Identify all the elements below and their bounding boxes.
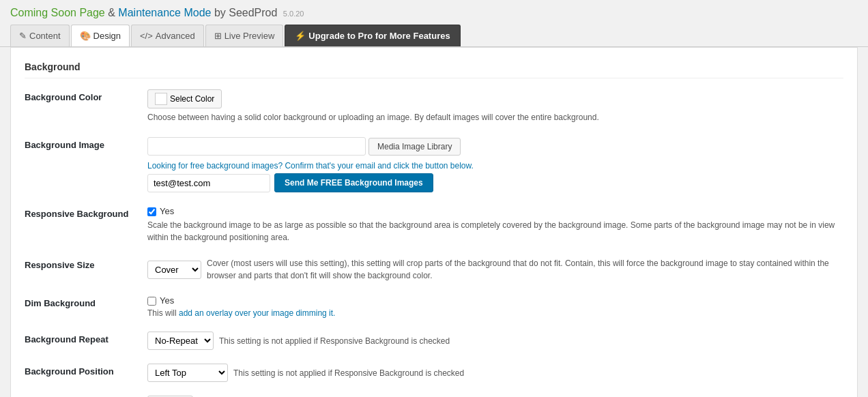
tab-advanced[interactable]: </> Advanced bbox=[131, 25, 204, 46]
page-title: Coming Soon Page & Maintenance Mode by S… bbox=[0, 0, 868, 25]
color-swatch bbox=[155, 93, 167, 105]
send-free-bg-button[interactable]: Send Me FREE Background Images bbox=[274, 173, 433, 192]
background-position-field: Left Top Left Center Left Bottom Center … bbox=[147, 364, 843, 382]
responsive-size-select[interactable]: Cover Contain bbox=[147, 261, 201, 279]
dim-desc-link: add an overlay over your image dimming i… bbox=[179, 308, 335, 318]
background-color-label: Background Color bbox=[25, 89, 147, 102]
title-amp: & bbox=[108, 7, 118, 18]
tab-design-label: Design bbox=[93, 31, 121, 41]
tab-content[interactable]: ✎ Content bbox=[10, 25, 70, 46]
responsive-bg-checkbox-row: Yes bbox=[147, 206, 843, 216]
background-color-row: Background Color Select Color Choose bet… bbox=[25, 89, 843, 123]
dim-bg-checkbox-row: Yes bbox=[147, 295, 843, 306]
select-color-button[interactable]: Select Color bbox=[147, 89, 222, 108]
background-repeat-select-row: No-Repeat Repeat Repeat-X Repeat-Y This … bbox=[147, 332, 843, 350]
tab-design[interactable]: 🎨 Design bbox=[71, 25, 130, 46]
background-repeat-not-applied: This setting is not applied if Responsiv… bbox=[219, 336, 450, 346]
background-repeat-select[interactable]: No-Repeat Repeat Repeat-X Repeat-Y bbox=[147, 332, 214, 350]
select-color-label: Select Color bbox=[170, 94, 214, 104]
responsive-size-label: Responsive Size bbox=[25, 257, 147, 270]
dim-background-field: Yes This will add an overlay over your i… bbox=[147, 295, 843, 318]
dim-bg-desc: This will add an overlay over your image… bbox=[147, 308, 843, 318]
dim-background-label: Dim Background bbox=[25, 295, 147, 308]
tab-upgrade-label: Upgrade to Pro for More Features bbox=[308, 31, 450, 41]
dim-bg-checkbox-label: Yes bbox=[160, 295, 174, 306]
page-wrapper: Coming Soon Page & Maintenance Mode by S… bbox=[0, 0, 868, 397]
background-position-label: Background Position bbox=[25, 364, 147, 377]
responsive-size-field: Cover Contain Cover (most users will use… bbox=[147, 257, 843, 282]
tab-advanced-label: Advanced bbox=[156, 31, 195, 41]
background-position-row: Background Position Left Top Left Center… bbox=[25, 364, 843, 382]
responsive-size-desc: Cover (most users will use this setting)… bbox=[207, 257, 843, 282]
email-input[interactable] bbox=[147, 174, 270, 192]
free-bg-label: Looking for free background images? Conf… bbox=[147, 161, 843, 171]
background-image-label: Background Image bbox=[25, 137, 147, 150]
media-library-button[interactable]: Media Image Library bbox=[368, 138, 461, 156]
upgrade-icon: ⚡ bbox=[295, 31, 306, 41]
background-repeat-row: Background Repeat No-Repeat Repeat Repea… bbox=[25, 332, 843, 350]
dim-background-row: Dim Background Yes This will add an over… bbox=[25, 295, 843, 318]
nav-tabs: ✎ Content 🎨 Design </> Advanced ⊞ Live P… bbox=[0, 25, 868, 47]
background-image-input[interactable] bbox=[147, 137, 366, 156]
responsive-size-row: Responsive Size Cover Contain Cover (mos… bbox=[25, 257, 843, 282]
advanced-icon: </> bbox=[140, 31, 153, 41]
background-color-help: Choose between having a solid color back… bbox=[147, 111, 843, 123]
content-area: Background Background Color Select Color… bbox=[10, 47, 858, 397]
section-background-title: Background bbox=[25, 61, 843, 78]
background-position-not-applied: This setting is not applied if Responsiv… bbox=[233, 368, 464, 378]
responsive-background-row: Responsive Background Yes Scale the back… bbox=[25, 206, 843, 244]
free-bg-section: Looking for free background images? Conf… bbox=[147, 161, 843, 192]
responsive-background-label: Responsive Background bbox=[25, 206, 147, 219]
responsive-bg-checkbox-label: Yes bbox=[160, 206, 174, 216]
responsive-bg-desc: Scale the background image to be as larg… bbox=[147, 219, 843, 244]
responsive-background-field: Yes Scale the background image to be as … bbox=[147, 206, 843, 244]
background-image-row: Background Image Media Image Library Loo… bbox=[25, 137, 843, 192]
live-preview-icon: ⊞ bbox=[214, 31, 222, 41]
tab-live-preview-label: Live Preview bbox=[225, 31, 275, 41]
tab-upgrade[interactable]: ⚡ Upgrade to Pro for More Features bbox=[285, 25, 460, 46]
content-icon: ✎ bbox=[19, 31, 27, 41]
title-green: Coming Soon Page bbox=[10, 7, 105, 18]
responsive-background-checkbox[interactable] bbox=[147, 207, 156, 216]
tab-content-label: Content bbox=[29, 31, 61, 41]
background-position-select[interactable]: Left Top Left Center Left Bottom Center … bbox=[147, 364, 228, 382]
version-badge: 5.0.20 bbox=[283, 10, 304, 18]
image-input-row: Media Image Library bbox=[147, 137, 843, 156]
free-bg-input-row: Send Me FREE Background Images bbox=[147, 173, 843, 192]
responsive-size-select-row: Cover Contain Cover (most users will use… bbox=[147, 257, 843, 282]
tab-live-preview[interactable]: ⊞ Live Preview bbox=[205, 25, 284, 46]
background-image-field: Media Image Library Looking for free bac… bbox=[147, 137, 843, 192]
background-repeat-field: No-Repeat Repeat Repeat-X Repeat-Y This … bbox=[147, 332, 843, 350]
title-blue: Maintenance Mode bbox=[118, 7, 211, 18]
background-repeat-label: Background Repeat bbox=[25, 332, 147, 344]
dim-background-checkbox[interactable] bbox=[147, 297, 156, 306]
title-brand: by SeedProd bbox=[214, 7, 278, 18]
background-position-select-row: Left Top Left Center Left Bottom Center … bbox=[147, 364, 843, 382]
design-icon: 🎨 bbox=[80, 31, 91, 41]
background-color-field: Select Color Choose between having a sol… bbox=[147, 89, 843, 123]
